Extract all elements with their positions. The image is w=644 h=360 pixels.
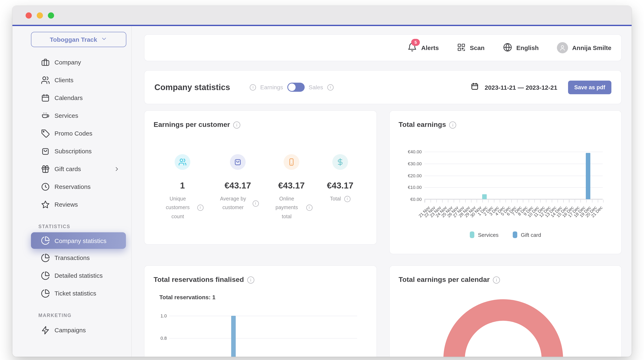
sidebar-item-reservations[interactable]: Reservations (31, 178, 126, 196)
pie-chart-icon (40, 236, 50, 246)
pie-chart-icon (40, 253, 50, 263)
sidebar-item-label: Services (54, 112, 126, 119)
stat-info-icon[interactable]: i (197, 205, 203, 211)
sidebar-item-label: Calendars (54, 94, 126, 101)
stat-value: €43.17 (224, 181, 251, 191)
earnings-per-customer-info-icon[interactable]: i (233, 121, 240, 128)
coffee-icon (40, 111, 50, 120)
sidebar-item-gift-cards[interactable]: Gift cards (31, 160, 126, 178)
screen: Toboggan Track CompanyClientsCalendarsSe… (0, 0, 644, 360)
sidebar-item-services[interactable]: Services (31, 107, 126, 124)
stat-label: Unique customers counti (162, 195, 203, 221)
y-axis-label: €10.00 (397, 185, 422, 190)
sidebar-item-company[interactable]: Company (31, 53, 126, 71)
sidebar-item-clients[interactable]: Clients (31, 71, 126, 89)
sidebar-item-subscriptions[interactable]: Subscriptions (31, 142, 126, 160)
total-reservations-info-icon[interactable]: i (247, 276, 254, 283)
star-icon (40, 200, 50, 209)
stat-info-icon[interactable]: i (344, 196, 350, 202)
gift-icon (40, 164, 50, 174)
sidebar-item-label: Subscriptions (54, 147, 126, 154)
sidebar-menu: CompanyClientsCalendarsServicesPromo Cod… (12, 53, 131, 213)
alerts-button[interactable]: 5 Alerts (408, 42, 439, 53)
sidebar: Toboggan Track CompanyClientsCalendarsSe… (12, 26, 132, 357)
sidebar-item-detailed-statistics[interactable]: Detailed statistics (31, 267, 126, 284)
y-axis-label: €20.00 (397, 173, 422, 178)
total-earnings-info-icon[interactable]: i (449, 121, 456, 128)
earnings-per-customer-card: Earnings per customer i 1Unique customer… (144, 110, 377, 245)
scan-button[interactable]: Scan (457, 43, 485, 53)
tag-icon (40, 128, 50, 138)
minimize-button[interactable] (37, 12, 43, 18)
briefcase-icon (40, 57, 50, 67)
chart-bar-reservations[interactable] (232, 316, 236, 357)
sidebar-item-label: Clients (54, 76, 126, 83)
y-axis-label: €0.00 (397, 197, 422, 202)
earnings-sales-toggle[interactable] (287, 83, 304, 92)
topbar: 5 Alerts Scan English (144, 34, 622, 61)
stat-info-icon[interactable]: i (306, 205, 312, 211)
sidebar-item-label: Reservations (54, 183, 126, 190)
avatar (557, 42, 568, 53)
sidebar-item-campaigns[interactable]: Campaigns (31, 321, 126, 339)
chart-legend: ServicesGift card (390, 232, 621, 238)
pie-chart-icon (40, 271, 50, 280)
date-range-picker[interactable]: 2023-11-21 — 2023-12-21 (485, 84, 557, 91)
save-as-pdf-button[interactable]: Save as pdf (568, 80, 612, 94)
sidebar-item-transactions[interactable]: Transactions (31, 249, 126, 267)
language-selector[interactable]: English (503, 42, 539, 53)
workspace-selector-button[interactable]: Toboggan Track (31, 32, 126, 47)
toggle-left-label: Earnings (260, 84, 283, 91)
sidebar-item-promo-codes[interactable]: Promo Codes (31, 124, 126, 142)
sidebar-item-label: Reviews (54, 201, 126, 208)
chevron-down-icon (101, 36, 108, 43)
stats-header: Company statistics i Earnings Sales i 20… (144, 70, 622, 104)
dollar-icon (332, 154, 348, 170)
close-button[interactable] (26, 12, 32, 18)
globe-icon (503, 42, 512, 53)
sidebar-item-reviews[interactable]: Reviews (31, 196, 126, 213)
sidebar-item-calendars[interactable]: Calendars (31, 89, 126, 107)
stat-info-icon[interactable]: i (252, 201, 259, 207)
zap-icon (40, 325, 50, 335)
y-axis-label: 1.0 (142, 313, 167, 318)
shopping-bag-icon (230, 154, 246, 170)
sidebar-item-ticket-statistics[interactable]: Ticket statistics (31, 284, 126, 302)
sidebar-item-label: Ticket statistics (54, 290, 126, 297)
users-icon (40, 75, 50, 85)
sidebar-item-label: Company statistics (54, 237, 126, 244)
pie-chart-icon (40, 288, 50, 298)
sidebar-section-marketing: MARKETING (38, 313, 131, 318)
chart-bar-gift-card[interactable] (586, 153, 590, 199)
sidebar-item-company-statistics[interactable]: Company statistics (31, 232, 126, 249)
workspace-name: Toboggan Track (50, 36, 97, 43)
user-name: Annija Smilte (572, 44, 612, 51)
chart-bar-services[interactable] (482, 194, 487, 199)
earnings-per-calendar-card: Total earnings per calendar i (389, 265, 622, 357)
earnings-sales-toggle-group: i Earnings Sales i (250, 83, 334, 92)
chevron-right-icon (114, 165, 120, 172)
stat-label: Average by customeri (217, 195, 259, 212)
stat-value: 1 (180, 181, 185, 191)
stat-average-by-customer: €43.17Average by customeri (207, 154, 269, 212)
sidebar-item-label: Company (54, 59, 126, 66)
y-axis-label: €40.00 (397, 149, 422, 154)
shopping-bag-icon (40, 146, 50, 156)
sidebar-item-label: Campaigns (54, 326, 126, 333)
users-icon (174, 154, 190, 170)
earnings-per-calendar-info-icon[interactable]: i (493, 276, 500, 283)
window-titlebar (12, 6, 632, 25)
zoom-button[interactable] (48, 12, 54, 18)
earnings-info-icon[interactable]: i (250, 84, 256, 90)
stat-unique-customers-count: 1Unique customers counti (152, 154, 214, 221)
stat-value: €43.17 (278, 181, 305, 191)
sidebar-item-label: Transactions (54, 254, 126, 261)
page-title: Company statistics (154, 82, 230, 92)
stat-total: €43.17Totali (309, 154, 371, 204)
sidebar-item-label: Promo Codes (54, 130, 126, 137)
y-axis-label: €30.00 (397, 161, 422, 166)
user-menu[interactable]: Annija Smilte (557, 42, 612, 53)
stat-value: €43.17 (327, 181, 353, 191)
sales-info-icon[interactable]: i (327, 84, 333, 90)
calendar-earnings-donut (443, 299, 563, 357)
